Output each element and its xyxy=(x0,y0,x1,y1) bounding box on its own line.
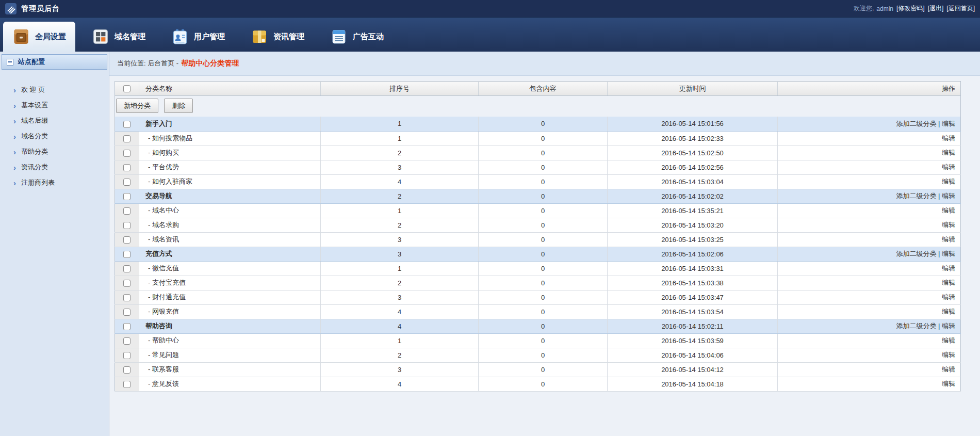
edit-link[interactable]: 编辑 xyxy=(942,177,955,185)
row-checkbox[interactable] xyxy=(123,381,130,388)
row-actions: 添加二级分类 | 编辑 xyxy=(778,189,961,203)
add-subcategory-link[interactable]: 添加二级分类 xyxy=(896,120,936,127)
row-actions: 编辑 xyxy=(778,290,961,304)
edit-link[interactable]: 编辑 xyxy=(942,293,955,301)
sidebar-item-news-category[interactable]: ›资讯分类 xyxy=(13,159,109,175)
sidebar-item-domain-suffix[interactable]: ›域名后缀 xyxy=(13,113,109,128)
order-number: 2 xyxy=(321,218,479,232)
table-row: - 如何搜索物品102016-05-14 15:02:33编辑 xyxy=(115,131,961,146)
row-checkbox[interactable] xyxy=(123,294,130,301)
sidebar-item-help-category[interactable]: ›帮助分类 xyxy=(13,144,109,159)
updated-time: 2016-05-14 15:03:04 xyxy=(608,174,778,189)
sidebar-item-registrar-list[interactable]: ›注册商列表 xyxy=(13,175,109,190)
content-count: 0 xyxy=(479,333,608,348)
content-count: 0 xyxy=(479,247,608,261)
collapse-icon[interactable] xyxy=(7,59,13,66)
action-separator: | xyxy=(936,120,942,127)
edit-link[interactable]: 编辑 xyxy=(942,120,955,127)
row-checkbox[interactable] xyxy=(123,150,130,157)
row-checkbox[interactable] xyxy=(123,337,130,345)
nav-tab-label: 用户管理 xyxy=(194,32,225,42)
nav-tab-user-management[interactable]: 用户管理 xyxy=(162,22,234,52)
action-separator: | xyxy=(936,322,942,330)
updated-time: 2016-05-14 15:02:56 xyxy=(608,160,778,174)
header-category-name: 分类名称 xyxy=(139,82,321,96)
action-separator: | xyxy=(936,250,942,257)
sidebar-item-basic-settings[interactable]: ›基本设置 xyxy=(13,98,109,113)
change-password-link[interactable]: [修改密码] xyxy=(896,5,925,12)
row-checkbox[interactable] xyxy=(123,193,130,200)
row-checkbox[interactable] xyxy=(123,135,130,142)
content-count: 0 xyxy=(479,146,608,160)
row-checkbox[interactable] xyxy=(123,251,130,258)
category-name: 充值方式 xyxy=(139,247,321,261)
sidebar-item-welcome-page[interactable]: ›欢 迎 页 xyxy=(13,82,109,98)
row-checkbox[interactable] xyxy=(123,236,130,244)
edit-link[interactable]: 编辑 xyxy=(942,206,955,214)
edit-link[interactable]: 编辑 xyxy=(942,221,955,229)
updated-time: 2016-05-14 15:02:11 xyxy=(608,319,778,333)
edit-link[interactable]: 编辑 xyxy=(942,163,955,171)
row-checkbox[interactable] xyxy=(123,309,130,316)
updated-time: 2016-05-14 15:02:02 xyxy=(608,189,778,203)
edit-link[interactable]: 编辑 xyxy=(942,336,955,344)
add-category-button[interactable]: 新增分类 xyxy=(116,99,158,113)
content-count: 0 xyxy=(479,348,608,362)
select-all-checkbox[interactable] xyxy=(123,85,130,92)
edit-link[interactable]: 编辑 xyxy=(942,250,955,257)
updated-time: 2016-05-14 15:01:56 xyxy=(608,117,778,131)
edit-link[interactable]: 编辑 xyxy=(942,264,955,272)
nav-tab-domain-management[interactable]: 域名管理 xyxy=(83,22,155,52)
row-checkbox[interactable] xyxy=(123,280,130,287)
brand-logo-icon xyxy=(5,3,17,14)
add-subcategory-link[interactable]: 添加二级分类 xyxy=(896,250,936,257)
updated-time: 2016-05-14 15:02:06 xyxy=(608,247,778,261)
row-checkbox[interactable] xyxy=(123,265,130,272)
category-table-wrap: 分类名称 排序号 包含内容 更新时间 操作 新增分类 删除 xyxy=(115,81,961,392)
table-row: - 意见反馈402016-05-14 15:04:18编辑 xyxy=(115,377,961,391)
row-checkbox[interactable] xyxy=(123,366,130,374)
nav-tab-news-management[interactable]: 资讯管理 xyxy=(241,22,314,52)
edit-link[interactable]: 编辑 xyxy=(942,365,955,373)
chevron-right-icon: › xyxy=(13,148,16,156)
edit-link[interactable]: 编辑 xyxy=(942,235,955,243)
row-checkbox-cell xyxy=(115,131,139,146)
add-subcategory-link[interactable]: 添加二级分类 xyxy=(896,192,936,200)
add-subcategory-link[interactable]: 添加二级分类 xyxy=(896,322,936,330)
edit-link[interactable]: 编辑 xyxy=(942,149,955,156)
row-actions: 添加二级分类 | 编辑 xyxy=(778,117,961,131)
edit-link[interactable]: 编辑 xyxy=(942,192,955,200)
row-actions: 编辑 xyxy=(778,276,961,290)
row-checkbox[interactable] xyxy=(123,222,130,229)
row-checkbox[interactable] xyxy=(123,207,130,215)
main-nav: 全局设置域名管理用户管理资讯管理广告互动 xyxy=(0,17,980,52)
topbar: 管理员后台 欢迎您, admin [修改密码][退出][返回首页] xyxy=(0,0,980,17)
nav-tab-global-settings[interactable]: 全局设置 xyxy=(3,22,75,52)
table-row: - 支付宝充值202016-05-14 15:03:38编辑 xyxy=(115,276,961,290)
logout-link[interactable]: [退出] xyxy=(928,5,944,12)
row-actions: 编辑 xyxy=(778,146,961,160)
back-home-link[interactable]: [返回首页] xyxy=(946,5,975,12)
row-checkbox[interactable] xyxy=(123,121,130,128)
sidebar-item-label: 资讯分类 xyxy=(21,163,48,172)
sidebar-section-header[interactable]: 站点配置 xyxy=(2,54,107,70)
delete-button[interactable]: 删除 xyxy=(164,99,193,113)
edit-link[interactable]: 编辑 xyxy=(942,279,955,286)
row-checkbox[interactable] xyxy=(123,164,130,171)
row-checkbox[interactable] xyxy=(123,179,130,186)
edit-link[interactable]: 编辑 xyxy=(942,322,955,330)
edit-link[interactable]: 编辑 xyxy=(942,134,955,142)
content-count: 0 xyxy=(479,117,608,131)
row-actions: 编辑 xyxy=(778,377,961,391)
edit-link[interactable]: 编辑 xyxy=(942,351,955,359)
row-checkbox[interactable] xyxy=(123,323,130,330)
table-row: - 域名求购202016-05-14 15:03:20编辑 xyxy=(115,218,961,232)
edit-link[interactable]: 编辑 xyxy=(942,380,955,387)
sidebar-section-title: 站点配置 xyxy=(18,57,45,67)
category-name: - 如何购买 xyxy=(139,146,321,160)
sidebar-item-domain-category[interactable]: ›域名分类 xyxy=(13,128,109,144)
edit-link[interactable]: 编辑 xyxy=(942,308,955,315)
sidebar-menu: ›欢 迎 页›基本设置›域名后缀›域名分类›帮助分类›资讯分类›注册商列表 xyxy=(0,70,109,190)
row-checkbox[interactable] xyxy=(123,352,130,359)
nav-tab-ad-interaction[interactable]: 广告互动 xyxy=(321,22,393,52)
